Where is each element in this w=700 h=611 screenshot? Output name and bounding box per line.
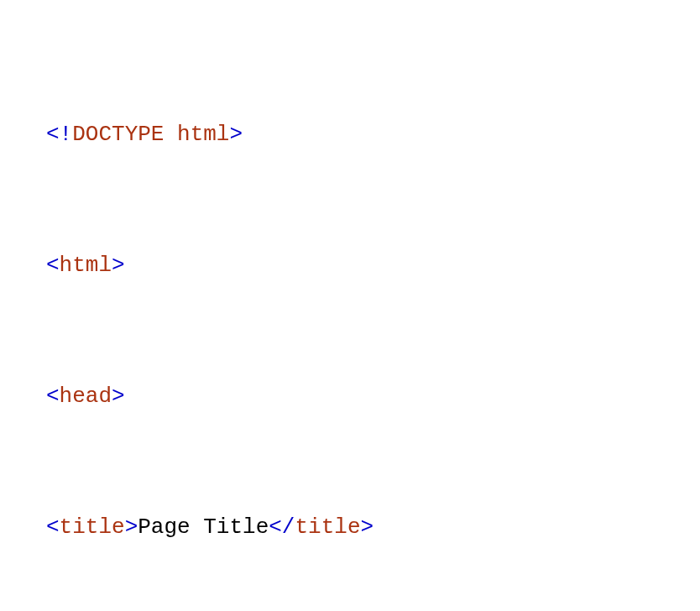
tag-open-angle: < <box>46 253 60 278</box>
tag-close-angle: > <box>125 514 138 540</box>
html-tagname: html <box>60 253 112 278</box>
tag-open-angle: </ <box>269 514 295 540</box>
tag-close-angle: > <box>112 253 125 278</box>
title-content: Page Title <box>138 514 269 540</box>
tag-close-angle: > <box>361 514 374 540</box>
code-line: <head> <box>46 374 654 418</box>
title-tagname: title <box>60 514 125 540</box>
tag-open-angle: < <box>46 514 60 540</box>
code-block: <!DOCTYPE html> <html> <head> <title>Pag… <box>0 0 700 611</box>
tag-open-angle: <! <box>46 122 72 147</box>
doctype-tagname: DOCTYPE <box>72 122 164 147</box>
head-tagname: head <box>60 384 112 409</box>
tag-close-angle: > <box>112 384 125 409</box>
tag-open-angle: < <box>46 384 60 409</box>
title-tagname: title <box>295 514 360 540</box>
code-line: <!DOCTYPE html> <box>46 112 654 156</box>
code-line: <title>Page Title</title> <box>46 505 654 549</box>
tag-close-angle: > <box>229 122 243 147</box>
doctype-keyword: html <box>164 122 229 147</box>
code-line: <html> <box>46 243 654 287</box>
